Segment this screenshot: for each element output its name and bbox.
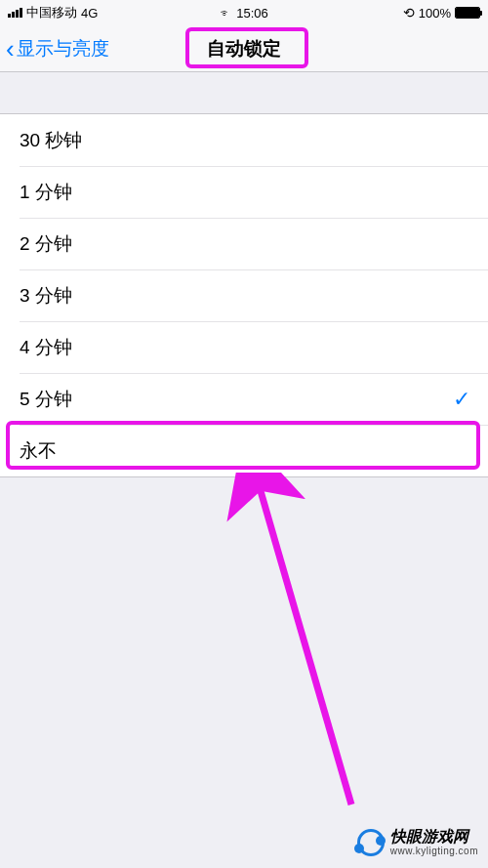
option-never[interactable]: 永不 [0,425,488,476]
option-3min[interactable]: 3 分钟 [0,269,488,321]
watermark-line1: 快眼游戏网 [390,828,478,846]
battery-icon [455,7,480,19]
back-label: 显示与亮度 [17,36,109,62]
status-right: ⟲ 100% [403,5,480,21]
hotspot-icon: ᯤ [220,6,232,21]
option-label: 2 分钟 [20,231,72,257]
option-30s[interactable]: 30 秒钟 [0,114,488,166]
signal-icon [8,8,22,18]
option-label: 5 分钟 [20,387,72,412]
page-title: 自动锁定 [207,36,281,62]
network-label: 4G [81,6,98,21]
navigation-bar: ‹ 显示与亮度 自动锁定 [0,25,488,72]
option-label: 30 秒钟 [20,128,82,153]
chevron-left-icon: ‹ [6,36,15,62]
watermark: 快眼游戏网 www.kyligting.com [357,828,478,856]
annotation-arrow [205,473,381,824]
watermark-logo-icon [357,829,385,856]
svg-line-0 [259,484,351,805]
option-label: 3 分钟 [20,283,72,309]
status-center: ᯤ 15:06 [220,6,268,21]
option-label: 1 分钟 [20,180,72,205]
carrier-label: 中国移动 [26,4,77,21]
option-label: 永不 [20,438,57,464]
checkmark-icon: ✓ [453,387,470,412]
option-5min[interactable]: 5 分钟 ✓ [0,373,488,425]
option-2min[interactable]: 2 分钟 [0,218,488,269]
status-bar: 中国移动 4G ᯤ 15:06 ⟲ 100% [0,0,488,25]
option-label: 4 分钟 [20,335,72,360]
time-label: 15:06 [236,6,268,21]
battery-percent: 100% [419,6,451,21]
option-4min[interactable]: 4 分钟 [0,321,488,373]
watermark-text: 快眼游戏网 www.kyligting.com [390,828,478,856]
options-list: 30 秒钟 1 分钟 2 分钟 3 分钟 4 分钟 5 分钟 ✓ 永不 [0,113,488,477]
back-button[interactable]: ‹ 显示与亮度 [0,36,109,62]
watermark-line2: www.kyligting.com [390,846,478,856]
option-1min[interactable]: 1 分钟 [0,166,488,218]
rotation-lock-icon: ⟲ [403,5,415,21]
status-left: 中国移动 4G [8,4,98,21]
